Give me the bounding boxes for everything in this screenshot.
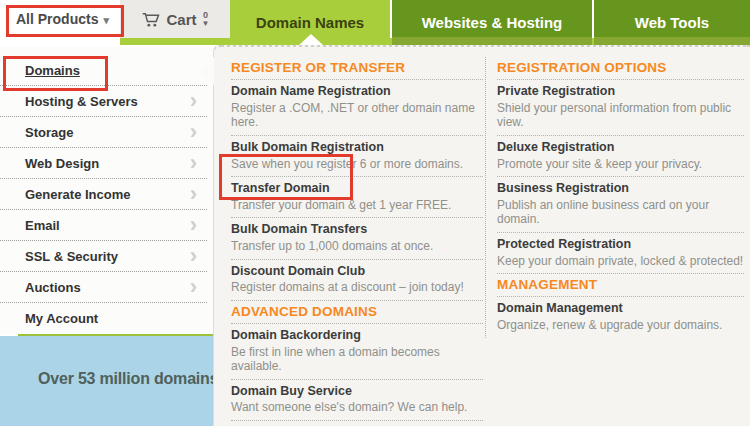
chevron-right-icon: › <box>190 214 197 236</box>
menu-item-domain-buy-service: Domain Buy ServiceWant someone else's do… <box>231 380 483 421</box>
menu-item-domain-name-registration: Domain Name RegistrationRegister a .COM,… <box>231 80 483 136</box>
promo-banner-text: Over 53 million domains regi <box>38 370 213 388</box>
sidebar-item-label: Auctions <box>25 280 81 295</box>
menu-item-deluxe-registration: Deluxe RegistrationPromote your site & k… <box>497 136 744 177</box>
chevron-right-icon: › <box>190 121 197 143</box>
menu-item-description: Shield your personal information from pu… <box>497 101 744 130</box>
sidebar-item-label: My Account <box>25 311 98 326</box>
godaddy-mega-menu-screen: Over 53 million domains regi DomainsHost… <box>0 0 750 426</box>
sidebar-item-storage[interactable]: Storage› <box>0 117 207 148</box>
menu-item-description: Organize, renew & upgrade your domains. <box>497 318 744 333</box>
sidebar-item-my-account[interactable]: My Account <box>0 303 207 333</box>
menu-item-description: Want someone else's domain? We can help. <box>231 400 483 415</box>
sidebar-item-label: Web Design <box>25 156 99 171</box>
sidebar-item-label: Hosting & Servers <box>25 94 138 109</box>
sidebar-item-label: Generate Income <box>25 187 131 202</box>
menu-section-header-advanced-domains: ADVANCED DOMAINS <box>231 301 483 324</box>
all-products-dropdown[interactable]: All Products▾ <box>16 11 109 27</box>
menu-item-link[interactable]: Domain Buy Service <box>231 384 483 400</box>
menu-section-header-management: MANAGEMENT <box>497 274 744 297</box>
promo-banner[interactable]: Over 53 million domains regi <box>0 336 213 426</box>
tab-websites-hosting[interactable]: Websites & Hosting <box>392 0 592 45</box>
menu-item-description: Keep your domain private, locked & prote… <box>497 254 744 269</box>
sidebar-item-auctions[interactable]: Auctions› <box>0 272 207 303</box>
domains-mega-panel: REGISTER OR TRANSFERDomain Name Registra… <box>213 44 750 426</box>
cart-icon <box>141 11 161 28</box>
chevron-right-icon: › <box>190 245 197 267</box>
menu-item-description: Save when you register 6 or more domains… <box>231 157 483 172</box>
menu-item-protected-registration: Protected RegistrationKeep your domain p… <box>497 233 744 274</box>
menu-column-1: REGISTER OR TRANSFERDomain Name Registra… <box>231 57 483 426</box>
chevron-right-icon: › <box>190 152 197 174</box>
sidebar-item-hosting-servers[interactable]: Hosting & Servers› <box>0 86 207 117</box>
menu-item-internationalized-domains-idn: Internationalized Domains (IDN)Register … <box>231 421 483 426</box>
menu-item-link[interactable]: Private Registration <box>497 84 744 100</box>
panel-notch-up <box>299 34 323 45</box>
category-sidebar: DomainsHosting & Servers›Storage›Web Des… <box>0 47 213 334</box>
menu-item-link[interactable]: Domain Backordering <box>231 328 483 344</box>
menu-section-header-register-or-transfer: REGISTER OR TRANSFER <box>231 57 483 80</box>
menu-item-description: Transfer up to 1,000 domains at once. <box>231 239 483 254</box>
chevron-right-icon: › <box>190 90 197 112</box>
menu-item-domain-backordering: Domain BackorderingBe first in line when… <box>231 324 483 380</box>
menu-item-link[interactable]: Bulk Domain Transfers <box>231 222 483 238</box>
cart-button[interactable]: Cart 0 ▼ <box>120 0 230 38</box>
menu-item-business-registration: Business RegistrationPublish an online b… <box>497 177 744 233</box>
menu-item-description: Promote your site & keep your privacy. <box>497 157 744 172</box>
menu-item-link[interactable]: Discount Domain Club <box>231 264 483 280</box>
sidebar-item-email[interactable]: Email› <box>0 210 207 241</box>
menu-item-domain-management: Domain ManagementOrganize, renew & upgra… <box>497 297 744 337</box>
menu-item-link[interactable]: Transfer Domain <box>231 181 483 197</box>
menu-item-link[interactable]: Domain Name Registration <box>231 84 483 100</box>
sidebar-item-label: SSL & Security <box>25 249 118 264</box>
menu-item-description: Transfer your domain & get 1 year FREE. <box>231 198 483 213</box>
menu-item-description: Register a .COM, .NET or other domain na… <box>231 101 483 130</box>
menu-section-header-registration-options: REGISTRATION OPTIONS <box>497 57 744 80</box>
sidebar-item-label: Domains <box>25 63 80 78</box>
chevron-right-icon: › <box>190 183 197 205</box>
menu-item-bulk-domain-registration: Bulk Domain RegistrationSave when you re… <box>231 136 483 177</box>
all-products-label: All Products <box>16 11 98 27</box>
cart-control: 0 ▼ <box>202 11 210 28</box>
chevron-right-icon: › <box>190 276 197 298</box>
tab-web-tools[interactable]: Web Tools <box>594 0 750 45</box>
menu-item-link[interactable]: Deluxe Registration <box>497 140 744 156</box>
menu-item-description: Publish an online business card on your … <box>497 198 744 227</box>
menu-item-description: Be first in line when a domain becomes a… <box>231 345 483 374</box>
sidebar-item-web-design[interactable]: Web Design› <box>0 148 207 179</box>
menu-item-link[interactable]: Protected Registration <box>497 237 744 253</box>
panel-notch-left <box>199 57 214 85</box>
chevron-down-icon: ▾ <box>103 14 109 26</box>
sidebar-item-ssl-security[interactable]: SSL & Security› <box>0 241 207 272</box>
menu-item-private-registration: Private RegistrationShield your personal… <box>497 80 744 136</box>
chevron-down-icon: ▼ <box>202 20 210 28</box>
top-navigation-bar: All Products▾ Cart 0 ▼ Domain NamesWebsi… <box>0 0 750 45</box>
sidebar-item-domains[interactable]: Domains <box>0 55 207 86</box>
menu-item-link[interactable]: Domain Management <box>497 301 744 317</box>
menu-column-2: REGISTRATION OPTIONSPrivate Registration… <box>485 57 744 338</box>
sidebar-item-generate-income[interactable]: Generate Income› <box>0 179 207 210</box>
menu-item-description: Register domains at a discount – join to… <box>231 280 483 295</box>
menu-item-discount-domain-club: Discount Domain ClubRegister domains at … <box>231 260 483 301</box>
mega-panel-columns: REGISTER OR TRANSFERDomain Name Registra… <box>231 57 744 426</box>
menu-item-transfer-domain: Transfer DomainTransfer your domain & ge… <box>231 177 483 218</box>
menu-item-bulk-domain-transfers: Bulk Domain TransfersTransfer up to 1,00… <box>231 218 483 259</box>
sidebar-item-label: Email <box>25 218 60 233</box>
menu-item-link[interactable]: Bulk Domain Registration <box>231 140 483 156</box>
cart-label: Cart <box>167 11 197 28</box>
sidebar-item-label: Storage <box>25 125 73 140</box>
menu-item-link[interactable]: Business Registration <box>497 181 744 197</box>
